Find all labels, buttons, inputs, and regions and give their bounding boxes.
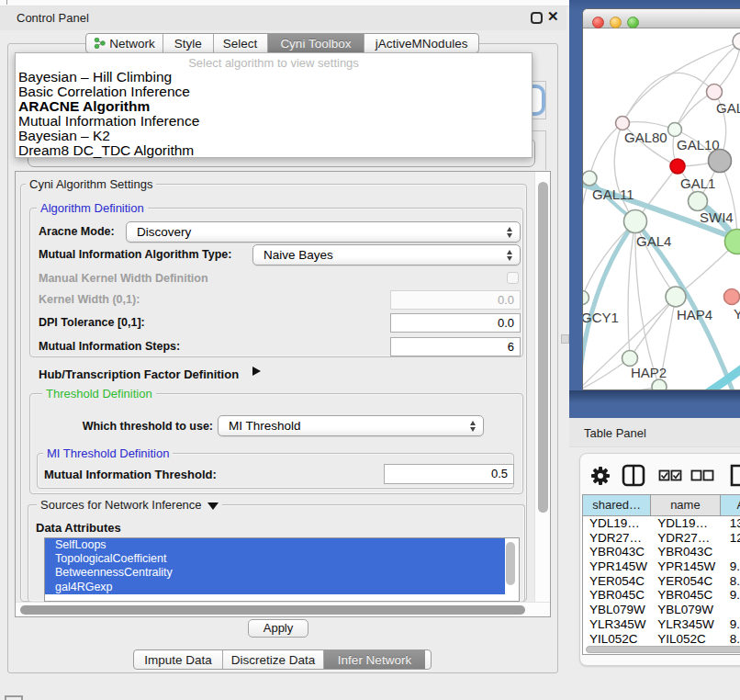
algorithm-option[interactable]: Bayesian – Hill Climbing (16, 70, 532, 85)
network-node-swi4[interactable] (689, 192, 708, 211)
checked-checkboxes-icon[interactable] (660, 471, 681, 480)
tab-style[interactable]: Style (163, 34, 214, 52)
column-header[interactable]: A (721, 495, 740, 515)
tab-cyni-toolbox[interactable]: Cyni Toolbox (268, 34, 365, 52)
expand-arrow-icon[interactable] (252, 367, 261, 376)
table-row[interactable]: YBL079WYBL079W (583, 603, 740, 617)
close-traffic-light[interactable] (592, 17, 604, 28)
table-row[interactable]: YDL19…YDL19…13 (583, 516, 740, 531)
kernel-width-label: Kernel Width (0,1): (39, 293, 140, 306)
close-icon[interactable]: ✕ (547, 8, 559, 25)
network-edge[interactable] (589, 123, 622, 178)
table-cell: YLR345W (651, 617, 720, 632)
mi-type-select[interactable]: Naive Bayes (252, 244, 521, 265)
algorithm-option[interactable]: Bayesian – K2 (16, 129, 532, 143)
attribute-item[interactable]: TopologicalCoefficient (45, 552, 505, 566)
combo-arrows-icon (469, 420, 477, 433)
network-node-gal80[interactable] (616, 117, 630, 130)
algorithm-option[interactable]: Mutual Information Inference (16, 114, 532, 129)
algorithm-option[interactable]: Basic Correlation Inference (16, 85, 532, 99)
column-header[interactable]: name (651, 495, 720, 515)
network-node-gal11[interactable] (583, 171, 597, 186)
attribute-item[interactable]: BetweennessCentrality (45, 566, 505, 580)
dpi-tolerance-field[interactable]: 0.0 (390, 313, 521, 333)
kernel-width-field[interactable]: 0.0 (390, 290, 521, 310)
apply-button[interactable]: Apply (248, 619, 308, 638)
table-row[interactable]: YER054CYER054C8. (583, 574, 740, 589)
manual-kernel-checkbox[interactable] (507, 272, 519, 284)
table-cell: YBR045C (583, 588, 651, 603)
zoom-traffic-light[interactable] (627, 17, 639, 28)
split-divider-grip[interactable] (561, 334, 569, 344)
tab-jactivemnodules[interactable]: jActiveMNodules (364, 34, 478, 52)
vertical-scrollbar-thumb[interactable] (538, 182, 548, 513)
collapse-arrow-icon[interactable] (207, 502, 219, 510)
network-node-gal2[interactable] (707, 85, 723, 100)
table-cell: YPR145W (651, 559, 720, 574)
network-edge[interactable] (583, 178, 589, 298)
tab-network[interactable]: Network (86, 34, 163, 52)
tab-label: jActiveMNodules (376, 37, 468, 51)
network-node[interactable] (709, 150, 732, 173)
network-node-y[interactable] (724, 289, 740, 305)
network-edge[interactable] (630, 297, 676, 358)
hub-definition-label: Hub/Transcription Factor Definition (39, 367, 239, 381)
tab-discretize-data[interactable]: Discretize Data (223, 650, 324, 669)
network-window-titlebar[interactable] (583, 9, 740, 28)
node-label: SWI4 (700, 209, 734, 225)
split-columns-icon[interactable] (623, 466, 644, 485)
table-row[interactable]: YPR145WYPR145W9. (583, 559, 740, 574)
float-window-icon[interactable] (531, 12, 543, 24)
group-title: Threshold Definition (42, 387, 156, 401)
network-node-gal4[interactable] (624, 210, 647, 233)
table-row[interactable]: YLR345WYLR345W9. (583, 617, 740, 632)
algorithm-options: Bayesian – Hill ClimbingBasic Correlatio… (16, 70, 532, 158)
table-horizontal-scrollbar[interactable] (584, 644, 740, 655)
attribute-item[interactable]: gal4RGexp (45, 581, 505, 594)
tab-select[interactable]: Select (214, 34, 268, 52)
node-label: GCY1 (583, 310, 619, 325)
table-cell: YER054C (583, 574, 651, 589)
network-edge[interactable] (622, 73, 714, 123)
minimize-traffic-light[interactable] (610, 17, 622, 28)
sources-title: Sources for Network Inference (40, 498, 202, 512)
minimized-panel-icon[interactable] (5, 695, 23, 700)
table-cell: YDR27… (651, 531, 720, 546)
table-row[interactable]: YBR045CYBR045C9. (583, 588, 740, 603)
node-label: GAL11 (592, 186, 634, 202)
horizontal-scrollbar-thumb[interactable] (20, 605, 525, 615)
network-node-gal10[interactable] (668, 123, 682, 137)
horizontal-scrollbar[interactable] (16, 602, 550, 616)
network-graph[interactable]: GAL2GAL80GAL10GAL1GAL11SWI4GAL4GCY1HAP4Y… (583, 28, 740, 390)
mi-threshold-field[interactable]: 0.5 (384, 464, 514, 484)
which-threshold-select[interactable]: MI Threshold (218, 415, 484, 436)
network-node-hap4[interactable] (666, 287, 686, 307)
aracne-mode-select[interactable]: Discovery (126, 221, 521, 243)
network-node-hap2[interactable] (622, 351, 638, 367)
table-row[interactable]: YDR27…YDR27…12 (583, 531, 740, 546)
table-cell (721, 545, 740, 559)
node-label: GAL4 (636, 233, 671, 249)
table-row[interactable]: YBR043CYBR043C (583, 545, 740, 559)
algorithm-option[interactable]: ARACNE Algorithm (16, 99, 532, 114)
tab-infer-network[interactable]: Infer Network (324, 650, 425, 669)
tab-impute-data[interactable]: Impute Data (134, 650, 223, 669)
aracne-mode-value: Discovery (137, 225, 191, 239)
mi-steps-field[interactable]: 6 (390, 337, 521, 356)
table-toolbar-icons (579, 459, 740, 492)
list-scrollbar-thumb[interactable] (506, 542, 515, 585)
gear-icon[interactable] (591, 467, 610, 485)
column-header[interactable]: shared… (583, 495, 651, 515)
network-edge[interactable] (628, 221, 635, 358)
network-node[interactable] (652, 379, 667, 390)
unchecked-checkboxes-icon[interactable] (692, 471, 713, 480)
vertical-scrollbar[interactable] (534, 172, 550, 602)
network-node-gal1[interactable] (670, 159, 685, 174)
data-attributes-list[interactable]: SelfLoopsTopologicalCoefficientBetweenne… (44, 537, 520, 602)
table-scrollbar-thumb[interactable] (586, 646, 740, 653)
algorithm-option[interactable]: Dream8 DC_TDC Algorithm (16, 143, 532, 158)
network-node-gcy1[interactable] (583, 291, 589, 305)
network-edge[interactable] (622, 122, 675, 130)
file-icon[interactable] (732, 466, 740, 485)
attribute-item[interactable]: SelfLoops (45, 538, 505, 552)
